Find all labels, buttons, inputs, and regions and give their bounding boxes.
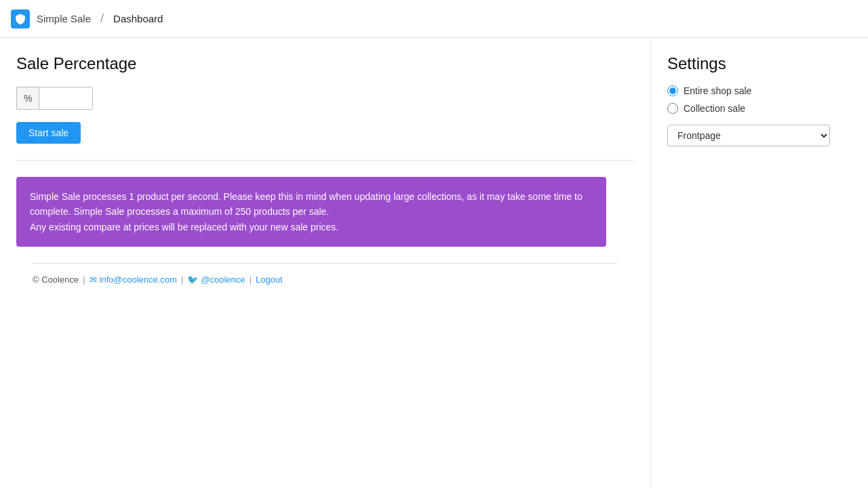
sale-percentage-title: Sale Percentage: [16, 54, 634, 73]
right-panel: Settings Entire shop sale Collection sal…: [651, 38, 868, 488]
percentage-input[interactable]: [39, 87, 93, 110]
breadcrumb-separator: /: [100, 12, 104, 26]
collection-dropdown[interactable]: Frontpage: [667, 125, 830, 146]
twitter-icon: 🐦: [187, 274, 198, 285]
collection-sale-option[interactable]: Collection sale: [667, 103, 852, 114]
footer-divider: [33, 263, 618, 264]
pipe-1: |: [83, 274, 85, 285]
pipe-2: |: [181, 274, 183, 285]
footer-area: © Coolence | ✉ info@coolence.com | 🐦 @co…: [16, 263, 634, 296]
logout-link[interactable]: Logout: [256, 274, 283, 285]
logout-label: Logout: [256, 274, 283, 285]
app-name: Simple Sale: [37, 13, 91, 24]
email-link[interactable]: ✉ info@coolence.com: [90, 274, 177, 285]
divider-1: [16, 160, 634, 161]
info-box: Simple Sale processes 1 product per seco…: [16, 177, 606, 247]
twitter-link[interactable]: 🐦 @coolence: [187, 274, 245, 285]
app-logo: [11, 9, 30, 28]
twitter-label: @coolence: [201, 274, 245, 285]
entire-shop-label: Entire shop sale: [684, 85, 751, 96]
footer: © Coolence | ✉ info@coolence.com | 🐦 @co…: [33, 274, 618, 296]
main-content: Sale Percentage % Start sale Simple Sale…: [0, 38, 868, 488]
email-label: info@coolence.com: [100, 274, 177, 285]
left-panel: Sale Percentage % Start sale Simple Sale…: [0, 38, 651, 488]
page-name: Dashboard: [113, 13, 163, 24]
collection-radio[interactable]: [667, 103, 678, 114]
collection-sale-label: Collection sale: [684, 103, 745, 114]
settings-title: Settings: [667, 54, 852, 73]
sale-type-radio-group: Entire shop sale Collection sale: [667, 85, 852, 114]
percentage-input-row: %: [16, 87, 634, 110]
entire-shop-sale-option[interactable]: Entire shop sale: [667, 85, 852, 96]
start-sale-button[interactable]: Start sale: [16, 122, 81, 144]
header: Simple Sale / Dashboard: [0, 0, 868, 38]
entire-shop-radio[interactable]: [667, 85, 678, 96]
info-box-text: Simple Sale processes 1 product per seco…: [30, 191, 583, 232]
pipe-3: |: [250, 274, 252, 285]
percent-symbol: %: [16, 87, 39, 110]
copyright: © Coolence: [33, 274, 79, 285]
email-icon: ✉: [90, 274, 97, 285]
